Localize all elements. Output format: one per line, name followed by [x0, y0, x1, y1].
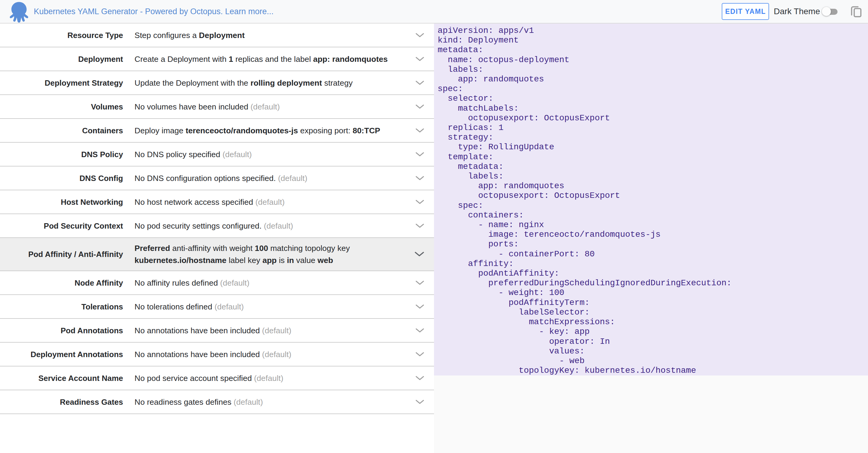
desc-muted-text: (default) [264, 221, 293, 231]
desc-text: No readiness gates defines [134, 397, 234, 406]
edit-yaml-button[interactable]: EDIT YAML [722, 3, 769, 20]
dark-theme-toggle[interactable] [822, 6, 838, 17]
row-description: Preferred anti-affinity with weight 100 … [134, 242, 350, 266]
desc-text: No DNS policy specified [134, 150, 223, 159]
row-description: Update the Deployment with the rolling d… [134, 77, 352, 89]
row-label: Readiness Gates [0, 397, 123, 407]
settings-row[interactable]: DNS Config No DNS configuration options … [0, 167, 434, 190]
desc-text: No volumes have been included [134, 102, 251, 111]
settings-row[interactable]: Tolerations No tolerations defined (defa… [0, 295, 434, 319]
chevron-down-icon[interactable] [415, 33, 424, 37]
desc-text: No tolerations defined [134, 302, 214, 311]
chevron-down-icon[interactable] [415, 81, 424, 85]
desc-text: anti-affinity with weight [170, 244, 255, 253]
row-label: Volumes [0, 102, 123, 112]
desc-text: Step configures a [134, 31, 199, 40]
chevron-down-icon[interactable] [415, 176, 424, 180]
row-label: DNS Policy [0, 149, 123, 159]
settings-row[interactable]: Containers Deploy image terenceocto/rand… [0, 119, 434, 143]
yaml-output: apiVersion: apps/v1 kind: Deployment met… [434, 24, 868, 375]
row-description: Create a Deployment with 1 replicas and … [134, 53, 388, 65]
row-description: No annotations have been included (defau… [134, 349, 291, 360]
desc-bold-text: in [287, 256, 294, 265]
row-description: Step configures a Deployment [134, 29, 245, 41]
chevron-down-icon[interactable] [415, 376, 424, 380]
desc-text: No pod service account specified [134, 374, 254, 383]
copy-icon[interactable] [849, 4, 863, 19]
settings-row[interactable]: Service Account Name No pod service acco… [0, 366, 434, 390]
desc-bold-text: terenceocto/randomquotes-js [185, 126, 298, 135]
chevron-down-icon[interactable] [415, 57, 424, 61]
desc-text: No pod security settings configured. [134, 221, 264, 231]
settings-row[interactable]: Deployment Create a Deployment with 1 re… [0, 47, 434, 71]
row-description: No DNS policy specified (default) [134, 148, 252, 160]
desc-muted-text: (default) [234, 397, 263, 406]
settings-list: Resource Type Step configures a Deployme… [0, 24, 434, 453]
app-title-link[interactable]: Kubernetes YAML Generator - Powered by O… [34, 7, 274, 16]
settings-row[interactable]: Pod Affinity / Anti-Affinity Preferred a… [0, 238, 434, 271]
settings-row[interactable]: Pod Annotations No annotations have been… [0, 319, 434, 343]
chevron-down-icon[interactable] [415, 400, 424, 404]
desc-text: Update the Deployment with the [134, 79, 250, 87]
row-label: Pod Affinity / Anti-Affinity [0, 249, 123, 260]
desc-bold-text: web [318, 256, 333, 265]
row-description: No pod security settings configured. (de… [134, 220, 293, 232]
row-label: Containers [0, 125, 123, 136]
desc-text: Create a Deployment with [134, 55, 228, 64]
row-description: No affinity rules defined (default) [134, 277, 249, 289]
dark-theme-label: Dark Theme [774, 7, 820, 16]
desc-bold-text: 100 [255, 244, 268, 253]
chevron-down-icon[interactable] [415, 104, 424, 109]
chevron-down-icon[interactable] [415, 152, 424, 156]
row-label: Service Account Name [0, 373, 123, 383]
row-label: Node Affinity [0, 278, 123, 288]
desc-muted-text: (default) [214, 302, 244, 311]
desc-muted-text: (default) [254, 374, 283, 383]
desc-bold-text: 80:TCP [352, 126, 380, 135]
settings-row[interactable]: Deployment Strategy Update the Deploymen… [0, 71, 434, 95]
settings-row[interactable]: DNS Policy No DNS policy specified (defa… [0, 143, 434, 167]
row-description: No pod service account specified (defaul… [134, 372, 283, 384]
chevron-down-icon[interactable] [415, 128, 424, 133]
desc-muted-text: (default) [220, 278, 249, 288]
row-label: Deployment Annotations [0, 349, 123, 360]
settings-row[interactable]: Host Networking No host network access s… [0, 190, 434, 214]
row-label: Pod Annotations [0, 325, 123, 336]
chevron-down-icon[interactable] [415, 200, 424, 204]
row-description: No volumes have been included (default) [134, 101, 280, 113]
chevron-down-icon[interactable] [415, 304, 424, 309]
desc-text: No annotations have been included [134, 326, 262, 335]
row-description: No host network access specified (defaul… [134, 196, 285, 208]
row-label: Resource Type [0, 30, 123, 40]
settings-row[interactable]: Volumes No volumes have been included (d… [0, 95, 434, 119]
row-description: No DNS configuration options specified. … [134, 172, 307, 184]
settings-row[interactable]: Node Affinity No affinity rules defined … [0, 271, 434, 295]
header: Kubernetes YAML Generator - Powered by O… [0, 0, 868, 24]
chevron-down-icon[interactable] [415, 252, 424, 257]
chevron-down-icon[interactable] [415, 328, 424, 333]
desc-text: value [294, 256, 318, 265]
row-label: Host Networking [0, 197, 123, 207]
row-description: No tolerations defined (default) [134, 301, 244, 313]
settings-row[interactable]: Resource Type Step configures a Deployme… [0, 24, 434, 47]
settings-row[interactable]: Pod Security Context No pod security set… [0, 214, 434, 238]
desc-text: No annotations have been included [134, 350, 262, 359]
chevron-down-icon[interactable] [415, 280, 424, 285]
desc-text: replicas and the label [233, 55, 313, 64]
settings-row[interactable]: Deployment Annotations No annotations ha… [0, 343, 434, 366]
desc-muted-text: (default) [278, 174, 307, 183]
desc-bold-text: rolling deployment [250, 79, 322, 87]
chevron-down-icon[interactable] [415, 223, 424, 228]
row-description: Deploy image terenceocto/randomquotes-js… [134, 125, 380, 137]
desc-bold-text: app: randomquotes [313, 55, 388, 64]
chevron-down-icon[interactable] [415, 352, 424, 357]
row-description: No annotations have been included (defau… [134, 325, 291, 337]
settings-row[interactable]: Readiness Gates No readiness gates defin… [0, 390, 434, 414]
row-label: Deployment [0, 54, 123, 64]
desc-bold-text: 1 [228, 55, 233, 64]
octopus-logo-icon [8, 1, 30, 23]
row-label: Deployment Strategy [0, 78, 123, 88]
row-label: Pod Security Context [0, 221, 123, 231]
desc-text: label key [226, 256, 262, 265]
desc-text: Deploy image [134, 126, 185, 135]
